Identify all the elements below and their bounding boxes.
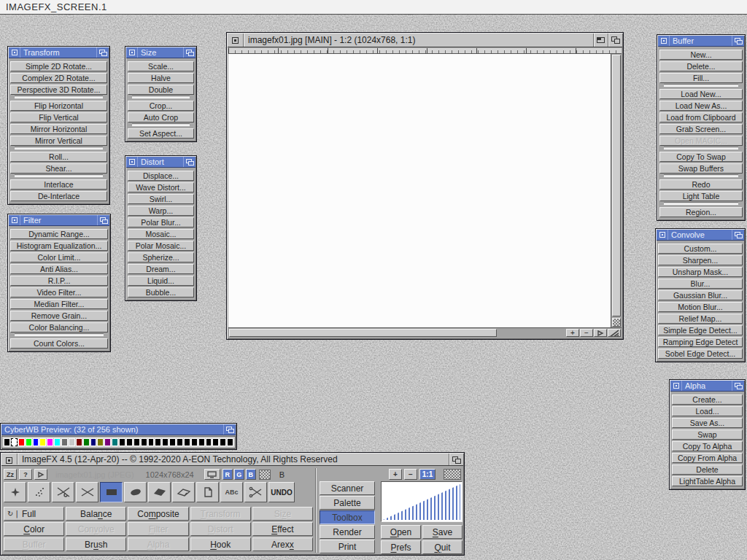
close-icon[interactable] [228,34,244,47]
panel-button[interactable]: Median Filter... [10,299,108,309]
palette-swatch[interactable] [104,438,111,446]
resize-ramp-icon[interactable] [608,329,621,337]
command-button[interactable]: Effect [252,522,313,536]
panel-button[interactable]: Histogram Equalization... [10,241,108,251]
panel-button[interactable]: Load from Clipboard [659,112,743,122]
airbrush-tool-icon[interactable] [28,482,50,502]
command-button[interactable]: Color [4,522,64,536]
panel-button[interactable]: Sobel Edge Detect... [658,349,743,359]
depth-icon[interactable] [732,36,744,46]
polygon-tool-icon[interactable] [148,482,171,502]
action-button[interactable]: Save [422,525,462,539]
panel-button[interactable]: Copy From Alpha [672,453,743,463]
draw-tool-icon[interactable] [172,482,195,502]
vertical-scroll-thumb[interactable] [612,55,621,316]
panel-button[interactable]: Grab Screen... [659,124,743,134]
palette-swatch[interactable] [227,438,233,446]
depth-icon[interactable] [97,215,109,225]
text-tool-icon[interactable]: ABc [220,482,243,502]
panel-button[interactable]: Simple Edge Detect... [658,325,743,335]
panel-button[interactable]: Crop... [128,101,194,111]
panel-button[interactable]: Roll... [10,152,107,162]
panel-button[interactable]: Dream... [128,264,194,274]
panel-button[interactable]: Auto Crop [128,112,194,122]
size-titlebar[interactable]: Size [126,47,196,58]
panel-button[interactable]: Liquid... [128,276,194,286]
panel-button[interactable]: Mirror Horizontal [10,124,107,134]
panel-button[interactable]: Anti Alias... [10,264,108,274]
panel-button[interactable]: Copy To Swap [659,152,743,162]
page-button[interactable]: Print [320,540,375,553]
arrow-right-icon[interactable] [594,329,607,337]
palette-swatch[interactable] [155,438,161,446]
palette-swatch[interactable] [26,438,32,446]
panel-button[interactable]: New... [659,50,743,60]
panel-button[interactable]: Copy To Alpha [672,441,743,451]
palette-swatch[interactable] [141,438,147,446]
panel-button[interactable]: Spherize... [128,252,194,262]
palette-swatch[interactable] [198,438,205,446]
panel-button[interactable]: R.I.P... [10,276,108,286]
close-icon[interactable] [670,381,682,391]
horizontal-scroll-thumb[interactable] [229,329,497,337]
zoom-out-button[interactable]: − [580,329,593,337]
palette-swatch[interactable] [69,438,75,446]
zoom-gadget-icon[interactable] [593,34,608,47]
palette-swatch[interactable] [47,438,53,446]
zoom-in-button[interactable]: + [566,329,579,337]
page-button[interactable]: Palette [320,496,375,510]
panel-button[interactable]: Redo [659,179,743,190]
panel-button[interactable]: Shear... [10,163,107,174]
panel-button[interactable]: Swap Buffers [659,163,743,174]
palette-swatch[interactable] [133,438,140,446]
filter-titlebar[interactable]: Filter [9,215,109,226]
close-icon[interactable] [1,454,18,464]
panel-button[interactable]: Dynamic Range... [10,229,108,239]
depth-icon[interactable] [183,157,196,167]
close-icon[interactable] [126,47,138,58]
help-button[interactable]: ? [19,469,32,480]
pattern-preview-swatch[interactable] [444,469,461,480]
arrow-right-icon[interactable] [34,469,47,480]
palette-swatch[interactable] [162,438,169,446]
buffer-titlebar[interactable]: Buffer [658,36,744,47]
action-button[interactable]: Prefs [381,540,421,554]
panel-button[interactable]: Double [128,85,194,95]
close-icon[interactable] [657,230,668,240]
palette-swatch[interactable] [169,438,176,446]
vertical-scrollbar[interactable] [611,54,622,327]
panel-button[interactable]: Fill... [659,73,743,83]
panel-button[interactable]: Motion Blur... [658,302,743,312]
depth-icon[interactable] [732,230,744,240]
panel-button[interactable]: Delete [672,464,743,475]
panel-button[interactable]: Color Limit... [10,252,108,262]
panel-button[interactable]: Polar Blur... [128,217,194,228]
palette-swatch[interactable] [54,438,61,446]
action-button[interactable]: Quit [422,540,462,554]
panel-button[interactable]: Flip Horizontal [10,101,107,111]
depth-icon[interactable] [449,454,463,465]
palette-swatch[interactable] [148,438,155,446]
panel-button[interactable]: Swap [672,429,743,440]
panel-button[interactable]: Gaussian Blur... [658,290,743,300]
distort-titlebar[interactable]: Distort [126,157,196,168]
command-button[interactable]: Hook [190,537,251,551]
image-canvas[interactable] [228,54,611,327]
pointer-tool-icon[interactable] [4,482,26,502]
panel-button[interactable]: Complex 2D Rotate... [10,73,107,83]
panel-button[interactable]: Remove Grain... [10,311,108,321]
transform-titlebar[interactable]: Transform [9,47,109,58]
panel-button[interactable]: Blur... [658,279,743,289]
command-button[interactable]: Composite [128,507,188,521]
panel-button[interactable]: Delete... [659,61,743,71]
convolve-titlebar[interactable]: Convolve [657,230,744,241]
scissors-tool-icon[interactable] [244,482,267,502]
page-button[interactable]: Render [320,525,375,539]
image-window-titlebar[interactable]: imagefx01.jpg [MAIN] - 1:2 (1024x768, 1:… [228,34,622,47]
panel-button[interactable]: Swirl... [128,194,194,204]
page-button[interactable]: Toolbox [320,510,375,524]
palette-swatch[interactable] [184,438,190,446]
panel-button[interactable]: Load New As... [659,101,743,111]
panel-button[interactable]: Load... [672,406,743,416]
alpha-titlebar[interactable]: Alpha [670,381,744,392]
